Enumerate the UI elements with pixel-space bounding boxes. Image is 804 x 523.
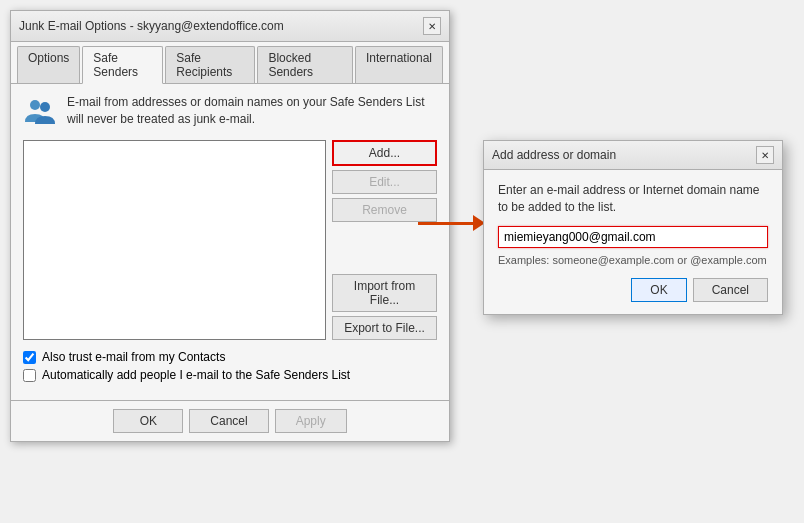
cancel-button[interactable]: Cancel <box>189 409 268 433</box>
info-row: E-mail from addresses or domain names on… <box>23 94 437 130</box>
tab-blocked-senders[interactable]: Blocked Senders <box>257 46 353 83</box>
svg-point-0 <box>30 100 40 110</box>
info-text: E-mail from addresses or domain names on… <box>67 94 437 128</box>
dialog-close-button[interactable]: ✕ <box>756 146 774 164</box>
tab-safe-senders[interactable]: Safe Senders <box>82 46 163 84</box>
add-button[interactable]: Add... <box>332 140 437 166</box>
tab-international[interactable]: International <box>355 46 443 83</box>
arrow-line <box>418 222 473 225</box>
edit-button[interactable]: Edit... <box>332 170 437 194</box>
export-file-button[interactable]: Export to File... <box>332 316 437 340</box>
dialog-title: Add address or domain <box>492 148 616 162</box>
tab-safe-recipients[interactable]: Safe Recipients <box>165 46 255 83</box>
tabs-bar: Options Safe Senders Safe Recipients Blo… <box>11 42 449 84</box>
dialog-titlebar: Add address or domain ✕ <box>484 141 782 170</box>
add-address-dialog: Add address or domain ✕ Enter an e-mail … <box>483 140 783 315</box>
tab-options[interactable]: Options <box>17 46 80 83</box>
senders-list[interactable] <box>23 140 326 340</box>
svg-point-1 <box>40 102 50 112</box>
trust-contacts-checkbox[interactable] <box>23 351 36 364</box>
checkbox-row-contacts: Also trust e-mail from my Contacts <box>23 350 437 364</box>
dialog-description: Enter an e-mail address or Internet doma… <box>498 182 768 216</box>
dialog-examples: Examples: someone@example.com or @exampl… <box>498 254 768 266</box>
dialog-footer: OK Cancel <box>498 278 768 302</box>
checkbox-area: Also trust e-mail from my Contacts Autom… <box>23 350 437 382</box>
trust-contacts-label: Also trust e-mail from my Contacts <box>42 350 225 364</box>
action-buttons: Add... Edit... Remove Import from File..… <box>332 140 437 340</box>
checkbox-row-auto: Automatically add people I e-mail to the… <box>23 368 437 382</box>
apply-button[interactable]: Apply <box>275 409 347 433</box>
arrow <box>418 215 485 231</box>
people-icon <box>23 94 59 130</box>
window-body: E-mail from addresses or domain names on… <box>11 84 449 400</box>
ok-button[interactable]: OK <box>113 409 183 433</box>
address-input[interactable] <box>498 226 768 248</box>
main-titlebar: Junk E-mail Options - skyyang@extendoffi… <box>11 11 449 42</box>
list-and-buttons: Add... Edit... Remove Import from File..… <box>23 140 437 340</box>
dialog-cancel-button[interactable]: Cancel <box>693 278 768 302</box>
main-footer: OK Cancel Apply <box>11 400 449 441</box>
auto-add-label: Automatically add people I e-mail to the… <box>42 368 350 382</box>
dialog-body: Enter an e-mail address or Internet doma… <box>484 170 782 314</box>
auto-add-checkbox[interactable] <box>23 369 36 382</box>
dialog-ok-button[interactable]: OK <box>631 278 686 302</box>
import-file-button[interactable]: Import from File... <box>332 274 437 312</box>
main-window: Junk E-mail Options - skyyang@extendoffi… <box>10 10 450 442</box>
main-close-button[interactable]: ✕ <box>423 17 441 35</box>
main-window-title: Junk E-mail Options - skyyang@extendoffi… <box>19 19 284 33</box>
